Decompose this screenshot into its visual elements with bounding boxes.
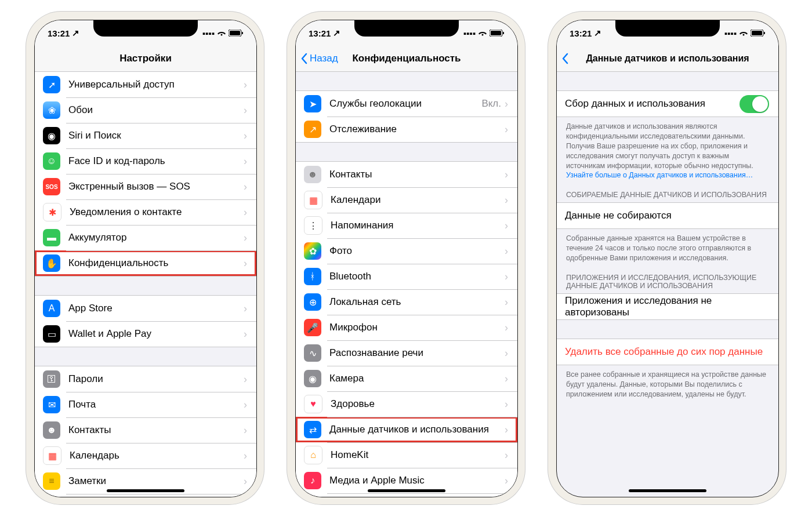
row-reminders[interactable]: ⋮Напоминания› <box>296 213 517 238</box>
row-wallet[interactable]: ▭Wallet и Apple Pay› <box>35 321 256 347</box>
learn-more-link[interactable]: Узнайте больше о Данных датчиков и испол… <box>566 171 753 179</box>
globe-icon: ⊕ <box>304 293 321 311</box>
row-sos[interactable]: SOSЭкстренный вызов — SOS› <box>35 174 256 199</box>
status-icons: ▪▪▪▪ <box>202 28 244 38</box>
speech-icon: ∿ <box>304 344 321 362</box>
row-speech[interactable]: ∿Распознавание речи› <box>296 340 517 366</box>
signal-icon: ▪▪▪▪ <box>724 28 737 38</box>
row-reminders[interactable]: ⋮Напоминания› <box>35 494 256 497</box>
phone-mockup-2: 13:21↗ ▪▪▪▪ Назад Конфиденциальность ➤Сл… <box>287 12 525 504</box>
tracking-icon: ↗ <box>304 121 321 138</box>
chevron-right-icon: › <box>244 399 247 411</box>
notch <box>93 20 198 37</box>
home-indicator[interactable] <box>368 489 445 492</box>
row-privacy[interactable]: ✋Конфиденциальность› <box>35 250 256 276</box>
exposure-icon: ✱ <box>43 203 61 221</box>
row-mail[interactable]: ✉Почта› <box>35 392 256 417</box>
row-exposure[interactable]: ✱Уведомления о контакте› <box>35 199 256 225</box>
wifi-icon <box>739 28 748 38</box>
chevron-right-icon: › <box>244 328 247 340</box>
row-files[interactable]: 📁Файлы и папки› <box>296 493 517 497</box>
row-appstore[interactable]: AApp Store› <box>35 296 256 321</box>
phone-mockup-1: 13:21↗ ▪▪▪▪ Настройки ➚Универсальный дос… <box>26 12 264 504</box>
toggle-switch[interactable] <box>740 95 769 113</box>
settings-list[interactable]: ➚Универсальный доступ› ❀Обои› ◉Siri и По… <box>35 72 256 497</box>
svg-rect-7 <box>752 31 762 35</box>
back-button[interactable]: Назад <box>300 53 338 64</box>
row-tracking[interactable]: ↗Отслеживание› <box>296 117 517 142</box>
wifi-icon <box>478 28 487 38</box>
siri-icon: ◉ <box>43 127 60 144</box>
back-button[interactable] <box>561 53 568 64</box>
row-label: Приложения и исследования не авторизован… <box>565 295 769 318</box>
appstore-icon: A <box>43 300 60 317</box>
row-label: Напоминания <box>331 220 505 231</box>
signal-icon: ▪▪▪▪ <box>463 28 476 38</box>
health-icon: ♥ <box>304 395 322 413</box>
section-footer: Все ранее собранные и хранящиеся на устр… <box>557 365 778 402</box>
row-camera[interactable]: ◉Камера› <box>296 366 517 391</box>
chevron-right-icon: › <box>244 373 247 386</box>
row-label: Данные датчиков и использования <box>329 424 505 435</box>
chevron-right-icon: › <box>505 169 508 181</box>
row-battery[interactable]: ▬Аккумулятор› <box>35 225 256 250</box>
row-label: Wallet и Apple Pay <box>68 328 244 340</box>
chevron-right-icon: › <box>505 424 508 436</box>
row-label: Контакты <box>68 424 244 436</box>
row-homekit[interactable]: ⌂HomeKit› <box>296 442 517 468</box>
home-indicator[interactable] <box>629 489 706 492</box>
sensor-settings[interactable]: Сбор данных и использования Данные датчи… <box>557 72 778 497</box>
row-location[interactable]: ➤Службы геолокацииВкл.› <box>296 91 517 117</box>
notch <box>354 20 459 37</box>
row-photos[interactable]: ✿Фото› <box>296 238 517 264</box>
row-localnetwork[interactable]: ⊕Локальная сеть› <box>296 289 517 315</box>
row-microphone[interactable]: 🎤Микрофон› <box>296 315 517 340</box>
notes-icon: ≡ <box>43 472 60 490</box>
row-label: Здоровье <box>331 398 505 410</box>
svg-rect-8 <box>764 32 765 34</box>
chevron-right-icon: › <box>505 220 508 232</box>
chevron-left-icon <box>300 53 307 64</box>
row-label: Уведомления о контакте <box>70 206 244 218</box>
privacy-list[interactable]: ➤Службы геолокацииВкл.› ↗Отслеживание› ☻… <box>296 72 517 497</box>
row-sensor-data[interactable]: ⇄Данные датчиков и использования› <box>296 417 517 442</box>
row-contacts[interactable]: ☻Контакты› <box>296 162 517 187</box>
chevron-right-icon: › <box>505 449 508 461</box>
home-indicator[interactable] <box>107 489 184 492</box>
row-label: Почта <box>68 399 244 410</box>
status-time: 13:21 <box>570 28 592 38</box>
row-label: Siri и Поиск <box>68 130 244 141</box>
accessibility-icon: ➚ <box>43 76 60 93</box>
row-wallpaper[interactable]: ❀Обои› <box>35 97 256 123</box>
chevron-right-icon: › <box>505 98 508 110</box>
chevron-right-icon: › <box>505 123 508 136</box>
row-label: Фото <box>329 245 505 257</box>
wifi-icon <box>217 28 226 38</box>
row-label: Службы геолокации <box>329 98 481 110</box>
row-label: Экстренный вызов — SOS <box>68 181 244 192</box>
battery-icon <box>229 28 244 38</box>
delete-all-button[interactable]: Удалить все собранные до сих пор данные <box>557 339 778 365</box>
status-icons: ▪▪▪▪ <box>724 28 766 38</box>
row-siri[interactable]: ◉Siri и Поиск› <box>35 123 256 148</box>
photos-icon: ✿ <box>304 242 321 260</box>
row-accessibility[interactable]: ➚Универсальный доступ› <box>35 72 256 97</box>
chevron-right-icon: › <box>505 398 508 410</box>
calendar-icon: ▦ <box>304 191 322 209</box>
row-collect-toggle[interactable]: Сбор данных и использования <box>557 91 778 117</box>
status-time: 13:21 <box>309 28 331 38</box>
row-calendar[interactable]: ▦Календарь› <box>35 443 256 468</box>
row-health[interactable]: ♥Здоровье› <box>296 391 517 417</box>
row-bluetooth[interactable]: ᚼBluetooth› <box>296 264 517 289</box>
section-header: ПРИЛОЖЕНИЯ И ИССЛЕДОВАНИЯ, ИСПОЛЬЗУЮЩИЕ … <box>557 266 778 293</box>
section-footer: Данные датчиков и использования являются… <box>557 117 778 183</box>
row-passwords[interactable]: ⚿Пароли› <box>35 366 256 392</box>
row-label: Универсальный доступ <box>68 79 244 90</box>
sos-icon: SOS <box>43 178 60 195</box>
wallpaper-icon: ❀ <box>43 101 60 119</box>
row-calendars[interactable]: ▦Календари› <box>296 187 517 213</box>
row-faceid[interactable]: ☺Face ID и код-пароль› <box>35 148 256 174</box>
row-label: App Store <box>68 303 244 314</box>
row-label: Пароли <box>68 373 244 385</box>
row-contacts[interactable]: ☻Контакты› <box>35 417 256 443</box>
